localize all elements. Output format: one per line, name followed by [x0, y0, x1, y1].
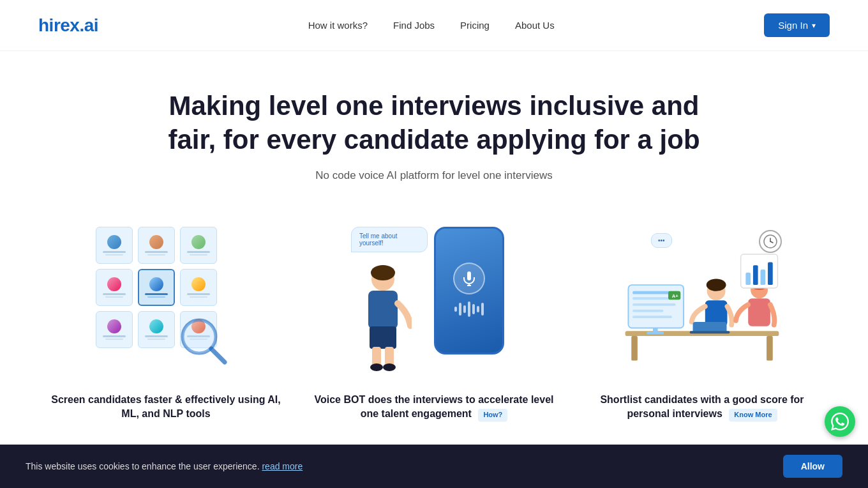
wave-bar	[481, 303, 484, 316]
person-figure-woman	[354, 265, 412, 374]
svg-text:A+: A+	[672, 293, 679, 299]
candidate-card	[180, 269, 217, 306]
whatsapp-button[interactable]	[825, 406, 855, 437]
avatar	[107, 277, 121, 291]
wave-bar	[454, 307, 457, 312]
wave-bar	[463, 305, 466, 313]
hero-title: Making level one interviews inclusive an…	[147, 89, 721, 156]
sign-in-label: Sign In	[778, 20, 808, 31]
know-more-badge[interactable]: Know More	[729, 409, 777, 421]
svg-rect-5	[368, 291, 398, 329]
name-line	[145, 251, 168, 253]
magnify-glass-icon	[179, 316, 230, 367]
cookie-text-content: This website uses cookies to enhance the…	[26, 461, 260, 471]
detail-line	[147, 296, 165, 298]
svg-point-4	[371, 265, 395, 280]
wave-bar	[459, 303, 461, 316]
card-shortlist: A+	[574, 214, 830, 422]
cookie-read-more-link[interactable]: read more	[262, 461, 303, 471]
illustration-screen-candidates	[38, 214, 294, 380]
logo[interactable]: hirex.ai	[38, 15, 98, 36]
svg-rect-24	[647, 332, 664, 334]
card-1-title: Screen candidates faster & effectively u…	[45, 393, 287, 422]
card-2-title-text: Voice BOT does the interviews to acceler…	[315, 394, 554, 419]
detail-line	[105, 296, 123, 298]
chevron-down-icon: ▾	[812, 21, 816, 30]
svg-rect-16	[767, 336, 773, 361]
candidate-card-highlighted	[138, 269, 175, 306]
nav-find-jobs[interactable]: Find Jobs	[393, 20, 435, 31]
card-2-text: Voice BOT does the interviews to acceler…	[306, 393, 562, 422]
svg-line-2	[211, 349, 225, 362]
nav-about-us[interactable]: About Us	[515, 20, 555, 31]
detail-line	[147, 339, 165, 340]
svg-rect-21	[632, 310, 663, 312]
mic-icon	[461, 271, 477, 286]
candidate-card	[138, 311, 175, 348]
name-line	[103, 293, 126, 295]
name-line	[145, 335, 168, 337]
name-line	[187, 293, 210, 295]
nav-pricing[interactable]: Pricing	[460, 20, 490, 31]
name-line	[103, 251, 126, 253]
phone-device	[434, 227, 504, 355]
svg-point-9	[370, 363, 383, 371]
chat-bubble: Tell me about yourself!	[351, 227, 428, 252]
cookie-allow-button[interactable]: Allow	[783, 455, 842, 478]
detail-line	[190, 254, 207, 255]
svg-rect-31	[690, 331, 730, 333]
detail-line	[147, 254, 165, 255]
detail-line	[105, 339, 123, 340]
avatar	[191, 235, 206, 249]
card-1-text: Screen candidates faster & effectively u…	[38, 393, 294, 422]
avatar	[107, 235, 121, 249]
candidate-card	[180, 227, 217, 264]
nav-how-it-works[interactable]: How it works?	[308, 20, 368, 31]
whatsapp-icon	[831, 413, 849, 431]
svg-rect-19	[632, 297, 670, 300]
navbar: hirex.ai How it works? Find Jobs Pricing…	[0, 0, 868, 51]
svg-rect-34	[748, 298, 770, 326]
card-screen-candidates: Screen candidates faster & effectively u…	[38, 214, 294, 422]
svg-rect-8	[385, 347, 394, 366]
svg-rect-37	[753, 265, 758, 285]
detail-line	[190, 296, 207, 298]
candidate-card	[96, 269, 133, 306]
svg-rect-20	[632, 303, 675, 306]
feature-cards: Screen candidates faster & effectively u…	[0, 195, 868, 434]
candidate-card	[96, 311, 133, 348]
illustration-voice-bot: Tell me about yourself!	[306, 214, 562, 380]
card-3-text: Shortlist candidates with a good score f…	[574, 393, 830, 422]
svg-rect-22	[632, 316, 672, 318]
how-badge[interactable]: How?	[478, 409, 507, 421]
sign-in-button[interactable]: Sign In ▾	[764, 13, 830, 37]
svg-rect-36	[745, 273, 751, 285]
name-line	[103, 335, 126, 337]
mic-circle	[453, 263, 485, 294]
candidate-card	[138, 227, 175, 264]
wave-bar	[472, 304, 475, 314]
nav-links: How it works? Find Jobs Pricing About Us	[308, 20, 555, 31]
svg-rect-6	[370, 326, 396, 349]
svg-rect-38	[760, 270, 765, 285]
svg-rect-39	[768, 262, 773, 285]
illustration-shortlist: A+	[574, 214, 830, 380]
wave-bar	[477, 306, 479, 312]
office-scene: A+	[619, 233, 785, 374]
card-voice-bot: Tell me about yourself!	[306, 214, 562, 422]
svg-rect-15	[631, 336, 638, 361]
name-line	[187, 251, 210, 253]
svg-point-28	[707, 278, 726, 291]
cookie-banner: This website uses cookies to enhance the…	[0, 445, 868, 488]
card-2-title: Voice BOT does the interviews to acceler…	[313, 393, 555, 422]
avatar	[107, 319, 121, 333]
avatar	[191, 277, 206, 291]
candidate-card	[96, 227, 133, 264]
svg-point-10	[383, 363, 396, 371]
card-3-title: Shortlist candidates with a good score f…	[581, 393, 823, 422]
avatar	[149, 319, 163, 333]
hero-section: Making level one interviews inclusive an…	[0, 51, 868, 195]
wave-bar	[468, 301, 470, 317]
detail-line	[105, 254, 123, 255]
wave-bars	[454, 300, 484, 319]
